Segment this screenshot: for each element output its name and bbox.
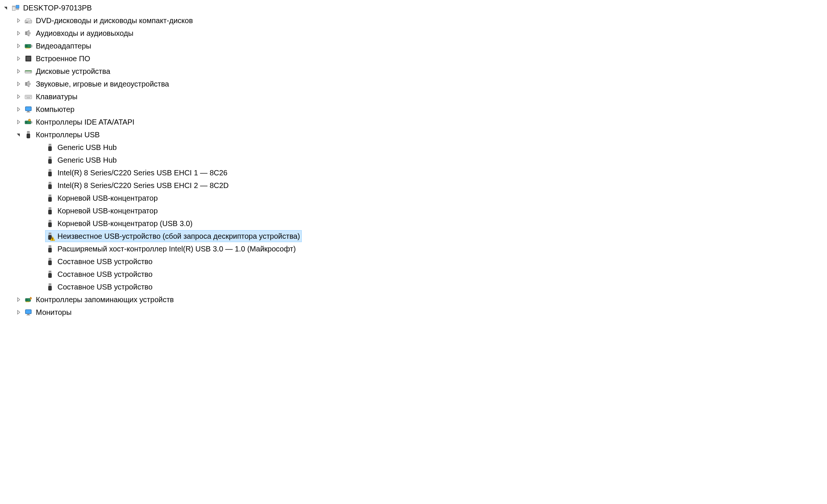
tree-item[interactable]: Корневой USB-концентратор	[0, 204, 827, 217]
svg-rect-60	[49, 195, 51, 197]
expand-icon[interactable]	[15, 42, 22, 50]
tree-item[interactable]: Мониторы	[0, 306, 827, 319]
svg-rect-29	[29, 96, 30, 97]
tree-item[interactable]: Корневой USB-концентратор	[0, 192, 827, 204]
svg-rect-67	[48, 210, 51, 214]
tree-item-label: Неизвестное USB-устройство (сбой запроса…	[57, 232, 300, 240]
svg-rect-65	[49, 208, 50, 209]
svg-rect-87	[49, 271, 50, 272]
svg-rect-35	[26, 112, 30, 113]
svg-rect-77	[52, 240, 53, 240]
expand-icon[interactable]	[15, 55, 22, 62]
svg-rect-81	[48, 248, 51, 252]
svg-rect-40	[27, 131, 29, 134]
svg-rect-90	[49, 284, 51, 286]
tree-item[interactable]: Клавиатуры	[0, 90, 827, 103]
usb-icon	[46, 206, 54, 215]
tree-item[interactable]: Generic USB Hub	[0, 154, 827, 166]
svg-rect-74	[50, 233, 51, 234]
tree-item-label: Дисковые устройства	[36, 68, 110, 75]
tree-item[interactable]: Неизвестное USB-устройство (сбой запроса…	[0, 230, 827, 242]
tree-item[interactable]: DVD-дисководы и дисководы компакт-дисков	[0, 14, 827, 27]
expand-icon[interactable]	[15, 17, 22, 24]
svg-rect-84	[50, 259, 51, 259]
tree-item[interactable]: Контроллеры USB	[0, 128, 827, 141]
expand-icon[interactable]	[15, 93, 22, 100]
svg-rect-71	[48, 223, 51, 227]
svg-rect-12	[25, 48, 30, 48]
svg-rect-8	[25, 32, 27, 35]
tree-item[interactable]: Intel(R) 8 Series/C220 Series USB EHCI 2…	[0, 179, 827, 192]
tree-item-label: Видеоадаптеры	[36, 42, 91, 50]
svg-rect-85	[48, 261, 51, 265]
svg-rect-11	[31, 45, 32, 47]
svg-rect-10	[26, 45, 28, 47]
expand-icon[interactable]	[15, 106, 22, 113]
tree-item-label: Мониторы	[36, 309, 72, 316]
svg-rect-88	[50, 271, 51, 272]
svg-rect-33	[26, 107, 31, 110]
expand-icon[interactable]	[15, 296, 22, 303]
tree-item[interactable]: Generic USB Hub	[0, 141, 827, 154]
svg-rect-53	[49, 170, 50, 170]
tree-item[interactable]: Контроллеры IDE ATA/ATAPI	[0, 116, 827, 128]
expand-icon[interactable]	[15, 118, 22, 126]
display-adapter-icon	[24, 41, 33, 50]
svg-rect-66	[50, 208, 51, 209]
ide-controller-icon	[24, 118, 33, 126]
svg-rect-55	[48, 172, 51, 176]
svg-rect-56	[49, 182, 51, 185]
tree-item[interactable]: DESKTOP-97013PB	[0, 1, 827, 14]
tree-item-label: Составное USB устройство	[57, 270, 153, 278]
tree-item[interactable]: Звуковые, игровые и видеоустройства	[0, 78, 827, 90]
tree-item[interactable]: Составное USB устройство	[0, 268, 827, 281]
tree-item[interactable]: Аудиовходы и аудиовыходы	[0, 27, 827, 40]
svg-rect-61	[49, 195, 50, 196]
svg-rect-78	[49, 245, 51, 248]
tree-item[interactable]: Составное USB устройство	[0, 255, 827, 268]
keyboard-icon	[24, 92, 33, 101]
svg-rect-38	[31, 122, 32, 123]
usb-icon	[46, 244, 54, 253]
tree-item-label: Корневой USB-концентратор (USB 3.0)	[57, 220, 192, 227]
expand-icon[interactable]	[15, 68, 22, 75]
svg-rect-45	[49, 144, 50, 145]
tree-item[interactable]: Встроенное ПО	[0, 52, 827, 65]
tree-item-label: Intel(R) 8 Series/C220 Series USB EHCI 2…	[57, 182, 229, 189]
tree-item-label: DESKTOP-97013PB	[23, 4, 92, 12]
tree-item[interactable]: Корневой USB-концентратор (USB 3.0)	[0, 217, 827, 230]
tree-item-label: Звуковые, игровые и видеоустройства	[36, 80, 169, 88]
svg-rect-22	[25, 71, 32, 71]
collapse-icon[interactable]	[15, 131, 22, 138]
svg-rect-48	[49, 157, 51, 159]
tree-item-label: Составное USB устройство	[57, 258, 153, 265]
svg-rect-26	[26, 96, 26, 97]
tree-item[interactable]: Составное USB устройство	[0, 281, 827, 293]
svg-rect-100	[26, 315, 30, 316]
speaker-icon	[24, 29, 33, 38]
svg-rect-70	[50, 220, 51, 221]
tree-item[interactable]: Компьютер	[0, 103, 827, 116]
usb-icon	[46, 181, 54, 190]
tree-item[interactable]: Контроллеры запоминающих устройств	[0, 293, 827, 306]
tree-item[interactable]: Intel(R) 8 Series/C220 Series USB EHCI 1…	[0, 166, 827, 179]
svg-rect-68	[49, 220, 51, 223]
tree-item-label: Контроллеры IDE ATA/ATAPI	[36, 118, 134, 126]
disk-drive-icon	[24, 67, 33, 76]
tree-item-label: Расширяемый хост-контроллер Intel(R) USB…	[57, 245, 296, 253]
tree-item[interactable]: Расширяемый хост-контроллер Intel(R) USB…	[0, 242, 827, 255]
tree-item[interactable]: Видеоадаптеры	[0, 40, 827, 52]
svg-rect-46	[50, 144, 51, 145]
collapse-icon[interactable]	[2, 4, 10, 12]
usb-icon	[46, 168, 54, 177]
svg-rect-98	[26, 310, 31, 313]
svg-rect-1	[13, 6, 15, 7]
tree-item[interactable]: Дисковые устройства	[0, 65, 827, 78]
expand-icon[interactable]	[15, 29, 22, 37]
expand-icon[interactable]	[15, 309, 22, 316]
storage-controller-icon	[24, 295, 33, 304]
svg-rect-24	[25, 82, 27, 85]
svg-rect-31	[26, 97, 30, 98]
tree-item-label: Составное USB устройство	[57, 283, 153, 291]
expand-icon[interactable]	[15, 80, 22, 88]
